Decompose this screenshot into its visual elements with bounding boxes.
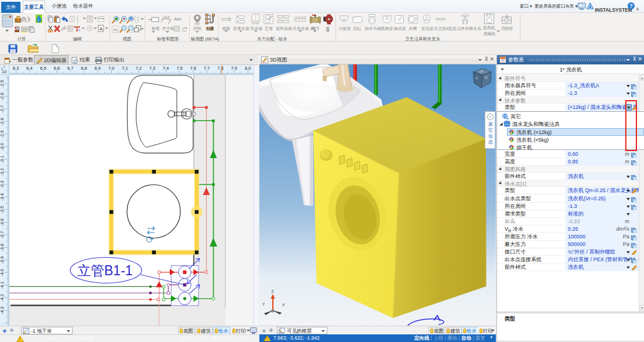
svg-text:6.8: 6.8 [81, 66, 87, 71]
svg-text:!: ! [19, 337, 20, 342]
svg-text:UP: UP [479, 70, 483, 73]
svg-text:Y: Y [262, 302, 265, 306]
svg-text:7.5: 7.5 [176, 66, 182, 71]
svg-text:-3.8: -3.8 [0, 244, 5, 251]
svg-text:6.6: 6.6 [54, 66, 60, 71]
svg-text:-2.7: -2.7 [0, 105, 5, 113]
svg-text:Z: Z [272, 289, 274, 293]
svg-text:-3.0: -3.0 [0, 143, 5, 151]
svg-text:-2.5: -2.5 [0, 80, 5, 88]
svg-text:-3.4: -3.4 [0, 193, 5, 201]
svg-text:-2.6: -2.6 [0, 93, 5, 100]
svg-text:-3.2: -3.2 [0, 168, 5, 176]
svg-text:-2.9: -2.9 [0, 131, 5, 138]
svg-text:7.3: 7.3 [149, 66, 155, 71]
svg-text:A: A [100, 26, 103, 32]
svg-text:7.9: 7.9 [231, 66, 237, 71]
svg-text:-4.0: -4.0 [0, 269, 5, 276]
svg-text:A: A [130, 18, 132, 21]
svg-text:6.9: 6.9 [95, 66, 101, 71]
svg-text:-2.8: -2.8 [0, 118, 5, 125]
svg-text:-3.3: -3.3 [0, 181, 5, 189]
svg-text:8.0: 8.0 [245, 66, 251, 71]
svg-text:X: X [282, 303, 285, 307]
svg-text:前: 前 [485, 76, 488, 79]
svg-text:6.7: 6.7 [67, 66, 73, 71]
svg-text:-3.1: -3.1 [0, 156, 5, 163]
svg-text:7.6: 7.6 [190, 66, 196, 71]
svg-text:7.8: 7.8 [217, 66, 223, 71]
svg-text:-4.3: -4.3 [0, 307, 5, 314]
svg-text:7.4: 7.4 [163, 66, 169, 71]
svg-text:6.3: 6.3 [13, 66, 19, 71]
svg-text:!: ! [266, 336, 268, 341]
svg-text:立管B1-1: 立管B1-1 [77, 263, 133, 278]
svg-text:6.5: 6.5 [40, 66, 46, 71]
svg-text:7.1: 7.1 [122, 66, 128, 71]
svg-text:-3.5: -3.5 [0, 206, 5, 214]
svg-text:-3.9: -3.9 [0, 256, 5, 264]
svg-text:-3.6: -3.6 [0, 218, 5, 226]
svg-text:-4.1: -4.1 [0, 282, 5, 289]
svg-text:6.4: 6.4 [26, 66, 32, 71]
svg-text:-4.2: -4.2 [0, 294, 5, 302]
svg-text:7.0: 7.0 [108, 66, 114, 71]
svg-text:-3.7: -3.7 [0, 231, 5, 239]
svg-text:左: 左 [475, 76, 478, 80]
svg-text:7.2: 7.2 [135, 66, 141, 71]
svg-text:7.7: 7.7 [204, 66, 210, 71]
